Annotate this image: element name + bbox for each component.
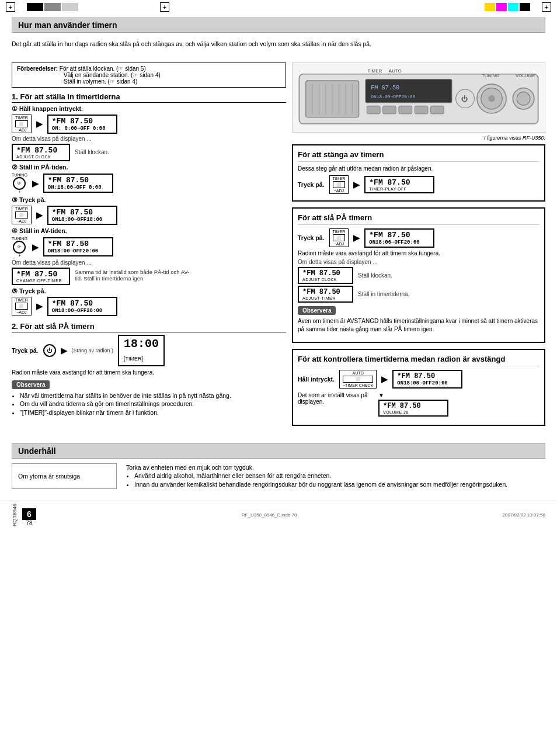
adjust-clock-label: ADJUST CLOCK [16, 155, 65, 159]
power-button: ⏻ [43, 344, 56, 357]
color-dot-black [520, 3, 530, 11]
underhall-left-label: Om ytorna är smutsiga [18, 473, 80, 480]
stanga-av-timer-btn: TIMER ⬜ −ADJ [329, 175, 349, 194]
stanga-av-row: Tryck på. TIMER ⬜ −ADJ ▶ *FM 87.50 TIMER… [298, 175, 539, 194]
svg-point-21 [517, 92, 530, 106]
tuning-knob-4: TUNING ⟳ + [12, 237, 27, 258]
underhall-right-text: Torka av enheten med en mjuk och torr ty… [126, 463, 507, 489]
arrow-2: ▶ [32, 179, 39, 188]
sla-pa-adjust-clock-label: ADJUST CLOCK [302, 278, 349, 282]
step4-note: Om detta visas på displayen ... [12, 259, 286, 266]
change-off-timer-label: CHANGE OFF-TIMER [16, 279, 65, 283]
radio-svg: FM 87.50 ON18:00→OFF20:00 TUNING VOLUME … [293, 61, 545, 134]
stanga-av-title: För att stänga av timern [298, 150, 539, 162]
sla-pa-arrow: ▶ [353, 233, 360, 242]
step3-display-line2: ON18:00→OFF18:00 [52, 217, 113, 223]
sla-pa-observe-text: Även om timern är AVSTÄNGD hålls timerin… [298, 317, 539, 334]
footer-date-time: 2007/02/02 13:07:58 [503, 512, 545, 518]
sla-pa-row: Tryck på. TIMER ⬜ −ADJ ▶ *FM 87.50 ON18:… [298, 228, 539, 248]
step2-label: ② Ställ in PÅ-tiden. [12, 164, 286, 171]
sla-pa-display: *FM 87.50 ON18:00→OFF20:00 [364, 228, 434, 248]
observe-list: När väl timertiderna har ställts in behö… [12, 391, 286, 417]
prep-item-1: För att ställa klockan. (☞ sidan 5) [60, 65, 146, 72]
sla-pa-box: För att slå PÅ timern Tryck på. TIMER ⬜ … [292, 207, 545, 343]
svg-rect-14 [399, 106, 412, 114]
svg-text:AUTO: AUTO [389, 69, 402, 74]
kontrollera-box: För att kontrollera timertiderna medan r… [292, 349, 545, 426]
sla-pa-adjust-timer-display: *FM 87.50 ADJUST TIMER [298, 286, 353, 303]
underhall-content: Om ytorna är smutsiga Torka av enheten m… [12, 463, 545, 489]
sla-pa-adjust-note: Ställ klockan. [358, 272, 392, 279]
svg-rect-15 [415, 106, 428, 114]
sla-pa-display-line2: ON18:00→OFF20:00 [369, 240, 430, 245]
observe-item-0: När väl timertiderna har ställts in behö… [20, 391, 286, 400]
step5-label: ⑤ Tryck på. [12, 287, 286, 294]
color-block-lightgray [62, 3, 78, 11]
svg-text:TIMER: TIMER [367, 69, 382, 74]
arrow-4: ▶ [32, 242, 39, 252]
prep-item-3: Ställ in volymen. (☞ sidan 4) [17, 78, 137, 85]
section2-radio-note: Radion måste vara avstängd för att timer… [12, 369, 286, 377]
stanga-av-arrow: ▶ [353, 180, 360, 189]
step4-change-note: Samma tid är inställd som både PÅ-tid oc… [75, 269, 192, 282]
footer-file-info: RF_U350_8946_E.indb 78 [242, 512, 297, 518]
step1-display-line1: *FM 87.50 [52, 117, 93, 126]
step2-display: *FM 87.50 ON:18:00→OFF 0:00 [43, 174, 113, 193]
color-dot-yellow [485, 3, 495, 11]
kontrollera-display1-line2: ON18:00→OFF20:00 [397, 380, 458, 386]
kontrollera-arrow: ▶ [381, 374, 388, 384]
sla-pa-adjust-timer-note: Ställ in timertiderna. [358, 291, 409, 297]
observe-header: Observera [12, 380, 50, 389]
step3-label: ③ Tryck på. [12, 196, 286, 203]
page-number-container: 6 78 [22, 508, 36, 526]
kontrollera-display2-sublabel: VOLUME 28 [383, 410, 444, 414]
step4-display: *FM 87.50 ON18:00→OFF20:00 [43, 237, 113, 256]
kontrollera-arrow-down: ▼ [378, 392, 384, 398]
color-dot-cyan [508, 3, 518, 11]
step5-display-line2: ON18:00→OFF20:00 [52, 308, 113, 314]
adjust-clock-display: *FM 87.50 ADJUST CLOCK [12, 144, 70, 161]
stanga-av-tryck: Tryck på. [298, 181, 325, 188]
kontrollera-visas-text: Det som är inställt visas på displayen. [298, 392, 374, 405]
kontrollera-hall: Håll intryckt. [298, 376, 335, 383]
step1-note: Om detta visas på displayen ... [12, 136, 286, 142]
page-title: Hur man använder timern [12, 18, 545, 33]
sla-pa-adjust-timer-label: ADJUST TIMER [302, 296, 349, 300]
step4-row: TUNING ⟳ + ▶ *FM 87.50 ON18:00→OFF20:00 [12, 237, 286, 258]
vertical-label: RQT8946 [12, 504, 18, 526]
sla-pa-adjust-clock-display: *FM 87.50 ADJUST CLOCK [298, 267, 353, 284]
step3-row: TIMER ⬜ −ADJ ▶ *FM 87.50 ON18:00→OFF18:0… [12, 206, 286, 225]
svg-rect-13 [383, 106, 396, 114]
timer-button-step1: TIMER ⬜ −ADJ [12, 115, 32, 133]
underhall-bullet-0: Använd aldrig alkohol, målarthinner elle… [134, 471, 507, 480]
svg-text:TUNING: TUNING [482, 74, 499, 79]
footer-left: RQT8946 6 78 [12, 504, 36, 526]
svg-point-19 [488, 95, 495, 102]
left-column: Förberedelser: För att ställa klockan. (… [12, 63, 286, 432]
prep-box: Förberedelser: För att ställa klockan. (… [12, 63, 286, 88]
stanga-av-display: *FM 87.50 TIMER-PLAY OFF [364, 176, 434, 193]
section1-title: 1. För att ställa in timertiderna [12, 92, 286, 103]
stang-note: (Stäng av radion.) [72, 348, 114, 353]
step5-display: *FM 87.50 ON18:00→OFF20:00 [47, 297, 117, 316]
prep-title: Förberedelser: [17, 65, 58, 72]
step1-label: ① Håll knappen intryckt. [12, 105, 286, 112]
observe-box: Observera När väl timertiderna har ställ… [12, 380, 286, 417]
timer-sublabel: [TIMER] [124, 356, 143, 362]
sla-pa-timer-btn: TIMER ⬜ −ADJ [329, 228, 349, 247]
kontrollera-display2: *FM 87.50 VOLUME 28 [378, 400, 448, 417]
underhall-bullet-1: Innan du använder kemikaliskt behandlade… [134, 480, 507, 489]
kontrollera-display1: *FM 87.50 ON18:00→OFF20:00 [392, 370, 462, 389]
page-header: Hur man använder timern [0, 14, 557, 40]
sla-pa-radio-note: Radion måste vara avstängd för att timer… [298, 250, 539, 256]
kontrollera-title: För att kontrollera timertiderna medan r… [298, 355, 539, 366]
color-block-gray [44, 3, 61, 11]
observe-item-1: Om du vill ändra tiderna så gör om timer… [20, 400, 286, 408]
timer-display: 18:00 [TIMER] [118, 335, 165, 366]
stanga-av-desc: Dessa steg går att utföra medan radion ä… [298, 165, 539, 172]
sla-pa-note-label: Om detta visas på displayen ... [298, 259, 539, 265]
observe-item-2: "[TIMER]"-displayen blinkar när timern ä… [20, 408, 286, 417]
rqt-label: RQT8946 [12, 504, 18, 526]
arrow-1: ▶ [36, 119, 43, 129]
sla-pa-observe-header: Observera [298, 306, 336, 315]
